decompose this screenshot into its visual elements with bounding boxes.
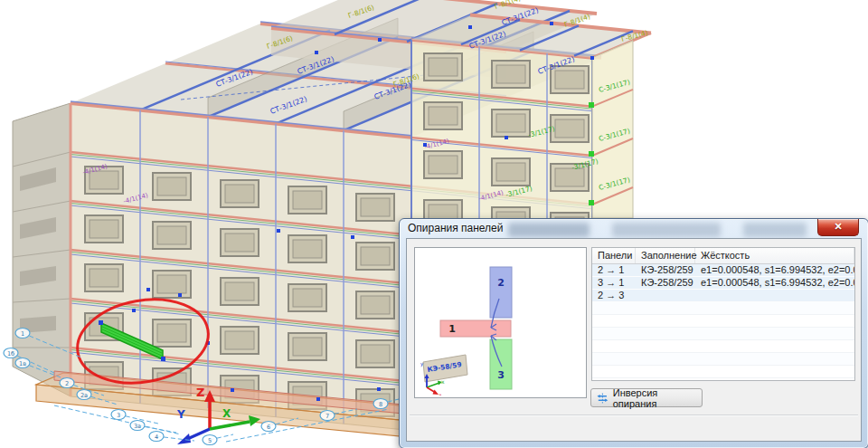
panel-2[interactable] bbox=[490, 267, 512, 318]
close-icon: ✕ bbox=[834, 221, 842, 232]
invert-icon bbox=[597, 392, 609, 405]
table-row[interactable]: 3 → 1 КЭ-258/259 e1=0.000548, s1=6.99453… bbox=[592, 277, 854, 290]
svg-text:3а: 3а bbox=[134, 423, 141, 430]
table-row[interactable]: 2 → 1 КЭ-258/259 e1=0.000548, s1=6.99453… bbox=[592, 264, 854, 277]
header-fill[interactable]: Заполнение bbox=[636, 248, 695, 263]
close-button[interactable]: ✕ bbox=[817, 219, 859, 236]
axis-x-label: X bbox=[222, 407, 231, 420]
svg-text:x: x bbox=[441, 378, 445, 385]
glass-reflection bbox=[508, 223, 590, 237]
axis-y-label: Y bbox=[176, 408, 185, 421]
svg-text:5: 5 bbox=[208, 437, 212, 444]
svg-text:1: 1 bbox=[21, 330, 24, 338]
dialog-separator bbox=[410, 415, 858, 416]
dialog-title: Опирания панелей bbox=[408, 222, 504, 234]
panel-bearing-dialog: Опирания панелей ✕ 2 1 3 bbox=[399, 218, 868, 448]
panel-3-label: 3 bbox=[497, 369, 505, 381]
table-row-empty[interactable] bbox=[592, 340, 854, 353]
svg-text:1в: 1в bbox=[19, 360, 26, 367]
invert-bearing-button[interactable]: Инверсия опирания bbox=[590, 388, 703, 407]
svg-text:3: 3 bbox=[117, 412, 120, 419]
glass-reflection bbox=[612, 223, 721, 237]
dialog-titlebar[interactable]: Опирания панелей bbox=[400, 219, 868, 238]
dialog-body: 2 1 3 КЭ-58/59 y bbox=[406, 238, 862, 442]
svg-text:8: 8 bbox=[379, 401, 382, 408]
app-viewport: Z Y X 11б 1в2 bbox=[0, 0, 868, 448]
axis-z-label: Z bbox=[196, 386, 204, 399]
table-row-empty[interactable] bbox=[592, 302, 854, 315]
invert-button-label: Инверсия опирания bbox=[613, 387, 696, 409]
table-row-empty[interactable] bbox=[592, 366, 854, 378]
svg-text:z: z bbox=[439, 392, 441, 396]
svg-text:6: 6 bbox=[267, 424, 270, 431]
table-row-empty[interactable] bbox=[592, 315, 854, 328]
panel-1-label: 1 bbox=[448, 323, 456, 335]
gable-wall-left bbox=[13, 103, 71, 396]
glass-reflection bbox=[743, 223, 807, 237]
panel-2-label: 2 bbox=[497, 277, 505, 289]
table-row-empty[interactable] bbox=[592, 328, 854, 340]
bearing-scheme-panel: 2 1 3 КЭ-58/59 y bbox=[414, 247, 587, 398]
svg-text:7: 7 bbox=[326, 413, 329, 420]
svg-text:4: 4 bbox=[155, 434, 158, 441]
header-panels[interactable]: Панели bbox=[592, 248, 636, 263]
svg-text:2: 2 bbox=[65, 380, 69, 387]
ke-element-icon: КЭ-58/59 y x z bbox=[420, 355, 467, 396]
table-header: Панели Заполнение Жёсткость bbox=[592, 248, 854, 264]
header-stiffness[interactable]: Жёсткость bbox=[695, 248, 854, 263]
table-row[interactable]: 2 → 3 bbox=[592, 290, 854, 302]
bearing-table[interactable]: Панели Заполнение Жёсткость 2 → 1 КЭ-258… bbox=[591, 247, 855, 381]
svg-text:1б: 1б bbox=[7, 350, 14, 357]
svg-text:2а: 2а bbox=[80, 392, 88, 399]
table-row-empty[interactable] bbox=[592, 353, 854, 366]
